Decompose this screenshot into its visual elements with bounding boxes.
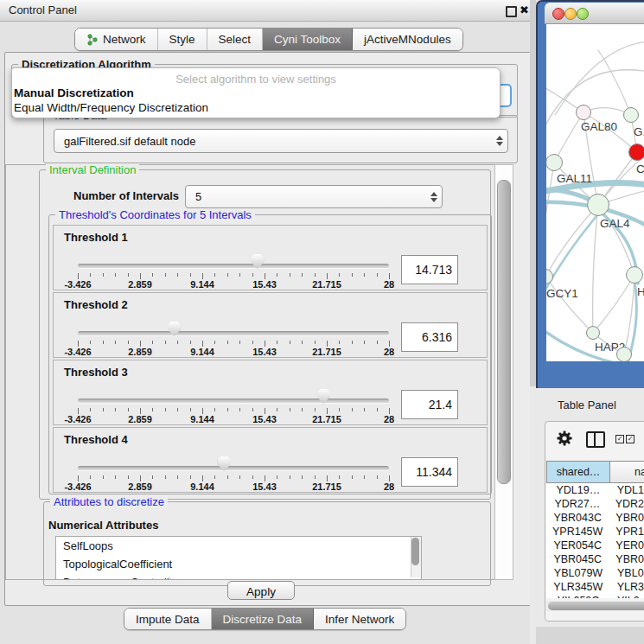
table-row[interactable]: YBR043CYBR0 [546,511,644,525]
network-node[interactable] [586,326,600,340]
numerical-attribute-item[interactable]: TopologicalCoefficient [56,555,421,573]
slider-tick [290,341,290,344]
slider-track[interactable] [78,399,389,403]
network-node[interactable] [576,105,591,120]
table-row[interactable]: YBR045CYBR0 [546,552,644,566]
cell: YBL0 [610,566,644,580]
float-window-icon[interactable] [506,6,517,17]
slider-tick [152,341,153,344]
network-edges [546,24,644,361]
slider-tick [389,475,390,481]
table-row[interactable]: YPR145WYPR1 [546,525,644,539]
cell: YIL0 [610,594,640,598]
cell: YDL1 [610,483,644,497]
slider-tick [302,341,303,344]
minimize-traffic-light-icon[interactable] [564,8,577,20]
thresholds-group-label: Threshold's Coordinates for 5 Intervals [55,208,255,221]
threshold-value-field[interactable]: 14.713 [401,255,458,284]
threshold-value-field[interactable]: 6.316 [401,322,458,352]
slider-tick [252,273,253,277]
close-icon[interactable]: ✖ [520,3,529,16]
network-node[interactable] [628,143,644,161]
apply-button[interactable]: Apply [227,581,295,600]
tab-discretize-data[interactable]: Discretize Data [212,609,315,629]
tab-jactivemnodules[interactable]: jActiveMNodules [353,29,462,50]
slider-track[interactable] [78,331,389,335]
cell: YIL052C [546,594,610,598]
slider-tick [140,341,141,347]
network-node[interactable] [587,194,609,216]
slider-tick [277,341,277,344]
table-row[interactable]: YBL079WYBL0 [546,566,644,580]
slider-tick [265,408,265,414]
network-canvas[interactable]: GAL80G.CGAL11GAL4GCY1HHAP2 [546,24,644,361]
checkbox-icon[interactable]: ✓ [615,435,624,443]
close-traffic-light-icon[interactable] [552,8,564,20]
slider-tick [90,475,91,479]
dropdown-option[interactable]: Manual Discretization [12,86,500,100]
number-of-intervals-combobox[interactable]: 5 [185,185,443,208]
slider-tick-label: -3.426 [52,279,104,290]
tab-style[interactable]: Style [158,29,207,50]
attributes-scrollbar-thumb[interactable] [411,538,419,565]
slider-tick [290,475,290,479]
threshold-label: Threshold 3 [64,366,128,379]
slider-tick [377,341,378,344]
network-node[interactable] [546,154,563,171]
table-data-combobox[interactable]: galFiltered.sif default node [54,129,508,153]
table-panel-title: Table Panel [558,399,616,411]
network-node[interactable] [623,107,639,123]
slider-tick [177,341,178,344]
slider-track[interactable] [78,264,389,268]
zoom-traffic-light-icon[interactable] [577,8,589,20]
network-node[interactable] [626,266,643,284]
tab-impute-data[interactable]: Impute Data [124,609,212,629]
column-header[interactable]: shared… [546,461,610,483]
network-node[interactable] [616,347,632,361]
slider-tick [327,273,328,279]
numerical-attribute-item[interactable]: SelfLoops [56,537,421,555]
tab-select[interactable]: Select [207,29,264,50]
slider-tick [78,273,79,279]
slider-tick [140,475,141,481]
slider-tick [277,408,277,411]
numerical-attribute-item[interactable]: BetweennessCentrality [56,573,421,580]
table-panel-footer [536,627,644,644]
slider-tick [389,273,390,279]
slider-tick [165,408,166,411]
settings-scrollbar-thumb[interactable] [497,180,511,484]
table-row[interactable]: YER054CYER0 [546,539,644,552]
tab-cyni-toolbox[interactable]: Cyni Toolbox [263,29,353,50]
tab-network[interactable]: Network [75,29,158,50]
cell: YDL19… [546,483,610,497]
top-tab-bar: NetworkStyleSelectCyni ToolboxjActiveMNo… [74,28,463,51]
cell: YPR145W [546,525,609,539]
table-row[interactable]: YLR345WYLR3 [546,580,644,594]
table-row[interactable]: YDL19…YDL1 [546,483,644,497]
node-label: GCY1 [546,287,578,300]
threshold-value-field[interactable]: 21.4 [401,390,458,419]
gear-icon[interactable] [556,430,573,447]
slider-track[interactable] [78,466,389,470]
slider-tick [103,475,104,479]
checkbox-icon[interactable]: ✓ [626,435,634,443]
slider-tick [165,273,166,277]
table-hscrollbar-thumb[interactable] [548,602,644,610]
interval-definition-group-label: Interval Definition [46,163,139,176]
table-row[interactable]: YDR27…YDR2 [546,497,644,511]
slider-tick [152,273,153,277]
threshold-value-field[interactable]: 11.344 [401,457,458,487]
slider-tick-label: 21.715 [301,279,353,290]
table-row[interactable]: YIL052CYIL0 [546,594,644,598]
dropdown-option[interactable]: Equal Width/Frequency Discretization [12,100,500,115]
split-view-icon[interactable] [586,431,605,448]
slider-tick [352,273,353,277]
table-rows: YDL19…YDL1YDR27…YDR2YBR043CYBR0YPR145WYP… [546,483,644,598]
slider-tick [302,475,303,479]
cell: YBR0 [609,552,644,566]
column-header[interactable]: na [610,461,644,483]
cell: YER054C [546,539,609,552]
tab-infer-network[interactable]: Infer Network [314,609,405,629]
slider-tick [239,341,240,344]
slider-tick [352,341,353,344]
